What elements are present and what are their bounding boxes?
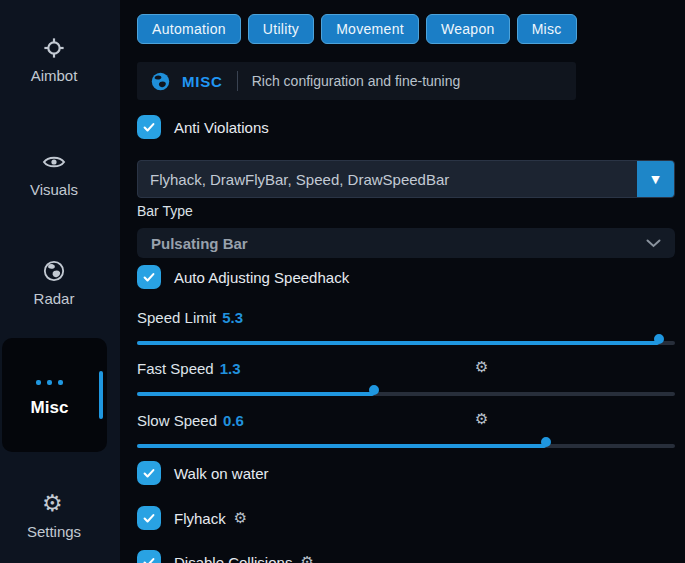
fast-speed-label: Fast Speed <box>137 360 214 377</box>
sidebar-item-misc-active[interactable]: Misc <box>2 338 107 452</box>
tab-weapon[interactable]: Weapon <box>426 14 510 44</box>
chevron-down-icon <box>646 239 661 248</box>
slider-track <box>137 444 675 448</box>
ellipsis-icon <box>2 380 97 385</box>
fast-speed-row: Fast Speed1.3 ⚙ <box>137 360 675 378</box>
slow-speed-slider[interactable] <box>137 437 675 455</box>
feature-multiselect-value: Flyhack, DrawFlyBar, Speed, DrawSpeedBar <box>138 171 637 188</box>
auto-adjusting-checkbox[interactable] <box>137 265 161 289</box>
tab-movement[interactable]: Movement <box>321 14 419 44</box>
bar-type-select[interactable]: Pulsating Bar <box>137 228 675 258</box>
speed-limit-value: 5.3 <box>222 309 243 326</box>
slider-fill <box>137 444 546 448</box>
flyhack-gear-icon[interactable]: ⚙ <box>234 511 247 526</box>
crosshair-icon <box>42 36 66 60</box>
sidebar-item-radar[interactable]: Radar <box>0 259 108 307</box>
anti-violations-checkbox[interactable] <box>137 115 161 139</box>
slow-speed-row: Slow Speed0.6 ⚙ <box>137 412 675 430</box>
tab-automation[interactable]: Automation <box>137 14 241 44</box>
globe-icon <box>151 72 170 91</box>
disable-collisions-gear-icon[interactable]: ⚙ <box>300 555 313 563</box>
slider-fill <box>137 341 659 345</box>
walk-on-water-row: Walk on water <box>137 461 675 485</box>
speed-limit-slider[interactable] <box>137 334 675 352</box>
sidebar-item-label: Misc <box>2 398 97 418</box>
bar-type-label: Bar Type <box>137 203 675 219</box>
misc-panel: Automation Utility Movement Weapon Misc … <box>120 0 685 563</box>
eye-icon <box>42 150 66 174</box>
auto-adjusting-label: Auto Adjusting Speedhack <box>174 269 349 286</box>
sidebar-item-visuals[interactable]: Visuals <box>0 150 108 198</box>
anti-violations-row: Anti Violations <box>137 115 675 139</box>
tab-utility[interactable]: Utility <box>248 14 314 44</box>
section-subtitle: Rich configuration and fine-tuning <box>252 73 461 89</box>
active-indicator <box>99 371 103 419</box>
disable-collisions-checkbox[interactable] <box>137 550 161 563</box>
gear-icon: ⚙ <box>42 492 66 516</box>
sidebar: Aimbot Visuals Radar Misc ⚙ Settings <box>0 0 120 563</box>
slider-fill <box>137 392 374 396</box>
tab-misc[interactable]: Misc <box>517 14 577 44</box>
bar-type-value: Pulsating Bar <box>151 235 248 252</box>
slider-track <box>137 341 675 345</box>
dropdown-arrow-icon: ▼ <box>651 173 659 186</box>
flyhack-label: Flyhack <box>174 510 226 527</box>
feature-multiselect[interactable]: Flyhack, DrawFlyBar, Speed, DrawSpeedBar… <box>137 160 675 198</box>
dropdown-open-button[interactable]: ▼ <box>637 160 674 198</box>
section-header: MISC Rich configuration and fine-tuning <box>137 62 576 100</box>
speed-limit-row: Speed Limit5.3 <box>137 309 675 327</box>
walk-on-water-label: Walk on water <box>174 465 268 482</box>
fast-speed-slider[interactable] <box>137 385 675 403</box>
fast-speed-gear-icon[interactable]: ⚙ <box>475 360 488 375</box>
slow-speed-gear-icon[interactable]: ⚙ <box>475 412 488 427</box>
category-tabs: Automation Utility Movement Weapon Misc <box>137 14 675 44</box>
slow-speed-label: Slow Speed <box>137 412 217 429</box>
divider <box>237 71 238 91</box>
sidebar-item-label: Aimbot <box>31 67 78 84</box>
flyhack-row: Flyhack ⚙ <box>137 506 675 530</box>
globe-icon <box>42 259 66 283</box>
slider-thumb[interactable] <box>369 385 379 395</box>
flyhack-checkbox[interactable] <box>137 506 161 530</box>
auto-adjusting-row: Auto Adjusting Speedhack <box>137 265 675 289</box>
sidebar-item-aimbot[interactable]: Aimbot <box>0 36 108 84</box>
disable-collisions-label: Disable Collisions <box>174 554 292 563</box>
sidebar-item-label: Settings <box>27 523 81 540</box>
fast-speed-value: 1.3 <box>220 360 241 377</box>
section-title: MISC <box>182 73 223 90</box>
slider-thumb[interactable] <box>654 334 664 344</box>
walk-on-water-checkbox[interactable] <box>137 461 161 485</box>
slider-track <box>137 392 675 396</box>
speed-limit-label: Speed Limit <box>137 309 216 326</box>
sidebar-item-settings[interactable]: ⚙ Settings <box>0 492 108 540</box>
disable-collisions-row: Disable Collisions ⚙ <box>137 550 675 563</box>
sidebar-item-label: Visuals <box>30 181 78 198</box>
sidebar-item-label: Radar <box>34 290 75 307</box>
slow-speed-value: 0.6 <box>223 412 244 429</box>
anti-violations-label: Anti Violations <box>174 119 269 136</box>
slider-thumb[interactable] <box>541 437 551 447</box>
